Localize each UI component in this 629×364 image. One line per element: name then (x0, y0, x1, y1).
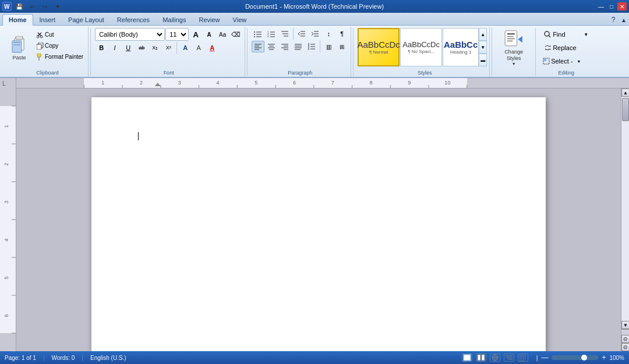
customize-quick-btn[interactable]: ▼ (52, 1, 63, 12)
sort-button[interactable]: ↕ (322, 28, 335, 40)
styles-scroll-down[interactable]: ▼ (479, 41, 487, 54)
svg-rect-10 (37, 44, 41, 50)
paste-button[interactable]: Paste (5, 30, 34, 68)
ribbon-collapse-btn[interactable]: ▲ (619, 15, 629, 25)
main-area: 1 2 3 4 5 6 ▲ ▼ ⊙ ⊙ (0, 89, 629, 351)
italic-button[interactable]: I (108, 42, 121, 54)
justify-button[interactable] (292, 41, 305, 52)
font-group: Calibri (Body) 11 A A Aa ⌫ B I U ab X₂ X… (93, 27, 245, 77)
borders-button[interactable]: ⊞ (335, 41, 348, 52)
cut-button[interactable]: Cut (34, 30, 86, 40)
change-styles-button[interactable]: Change Styles ▼ (496, 28, 531, 66)
subscript-button[interactable]: X₂ (149, 42, 161, 54)
styles-group: AaBbCcDc ¶ Normal AaBbCcDc ¶ No Spaci...… (355, 27, 490, 77)
svg-text:4: 4 (216, 80, 219, 86)
change-case-button[interactable]: Aa (216, 29, 229, 40)
print-layout-btn[interactable] (462, 354, 472, 362)
maximize-button[interactable]: □ (607, 2, 616, 10)
font-size-selector[interactable]: 11 (165, 28, 189, 41)
copy-button[interactable]: Copy (34, 41, 86, 51)
help-button[interactable]: ? (608, 15, 619, 25)
strikethrough-button[interactable]: ab (135, 42, 148, 54)
align-right-button[interactable] (278, 41, 291, 52)
svg-marker-69 (550, 49, 551, 50)
scroll-thumb[interactable] (622, 98, 629, 121)
styles-scroll-up[interactable]: ▲ (479, 28, 487, 41)
font-color-button[interactable]: A (206, 42, 218, 54)
find-button[interactable]: Find ▼ (540, 28, 592, 41)
zoom-in-btn[interactable]: + (602, 354, 606, 362)
svg-marker-65 (518, 36, 522, 43)
ruler-corner[interactable]: L (0, 78, 16, 89)
tab-mailings[interactable]: Mailings (156, 14, 192, 25)
tab-insert[interactable]: Insert (33, 14, 62, 25)
paste-label: Paste (12, 55, 26, 61)
tab-references[interactable]: References (111, 14, 156, 25)
text-effects-button[interactable]: A (179, 42, 192, 54)
decrease-indent-button[interactable] (295, 28, 308, 40)
minimize-button[interactable]: — (596, 2, 606, 10)
grow-font-button[interactable]: A (189, 29, 202, 40)
svg-text:4: 4 (3, 238, 9, 241)
numbering-button[interactable]: 1.2.3. (265, 28, 278, 40)
tab-view[interactable]: View (227, 14, 253, 25)
svg-rect-115 (478, 355, 480, 361)
zoom-out-btn[interactable]: — (541, 354, 548, 362)
scroll-down-button[interactable]: ▼ (621, 321, 629, 329)
svg-rect-60 (505, 31, 517, 46)
select-button[interactable]: Select - (540, 55, 575, 68)
document-page[interactable] (91, 97, 546, 351)
style-no-spacing[interactable]: AaBbCcDc ¶ No Spaci... (400, 28, 442, 66)
style-heading1[interactable]: AaBbCc Heading 1 (443, 28, 479, 66)
undo-quick-btn[interactable]: ↩ (27, 1, 37, 12)
text-highlight-button[interactable]: A (192, 42, 205, 54)
multilevel-button[interactable] (278, 28, 291, 40)
shading-button[interactable]: ▥ (322, 41, 335, 52)
vertical-scrollbar[interactable]: ▲ ▼ ⊙ ⊙ (621, 89, 629, 351)
tab-home[interactable]: Home (2, 14, 33, 26)
word-icon: W (2, 2, 12, 11)
line-spacing-button[interactable] (305, 41, 318, 52)
vertical-ruler: 1 2 3 4 5 6 (0, 89, 16, 351)
font-name-selector[interactable]: Calibri (Body) (95, 28, 165, 41)
close-button[interactable]: ✕ (617, 2, 627, 10)
shrink-font-button[interactable]: A (203, 29, 215, 40)
align-left-button[interactable] (252, 41, 264, 52)
next-page-button[interactable]: ⊙ (621, 343, 629, 351)
tab-page-layout[interactable]: Page Layout (62, 14, 111, 25)
full-reading-btn[interactable] (476, 354, 486, 362)
svg-text:W: W (4, 3, 10, 10)
prev-page-button[interactable]: ⊙ (621, 335, 629, 343)
redo-quick-btn[interactable]: ↪ (40, 1, 50, 12)
increase-indent-button[interactable] (309, 28, 321, 40)
select-dropdown[interactable]: ▼ (575, 55, 582, 68)
align-center-button[interactable] (265, 41, 278, 52)
style-normal[interactable]: AaBbCcDc ¶ Normal (358, 28, 400, 66)
show-para-button[interactable]: ¶ (335, 28, 348, 40)
window-title: Document1 - Microsoft Word (Technical Pr… (0, 3, 629, 10)
underline-button[interactable]: U (122, 42, 135, 54)
svg-line-29 (298, 34, 300, 36)
svg-line-67 (549, 36, 550, 37)
superscript-button[interactable]: X² (162, 42, 175, 54)
web-layout-btn[interactable] (490, 354, 500, 362)
clear-format-button[interactable]: ⌫ (229, 29, 242, 40)
svg-point-17 (254, 36, 255, 37)
outline-btn[interactable] (504, 354, 514, 362)
document-area[interactable] (16, 89, 621, 351)
select-split[interactable]: Select - ▼ (540, 55, 592, 68)
save-quick-btn[interactable]: 💾 (14, 1, 24, 12)
font-label: Font (93, 70, 245, 76)
format-painter-button[interactable]: Format Painter (34, 52, 86, 62)
svg-point-15 (254, 34, 255, 35)
status-bar: Page: 1 of 1 | Words: 0 | English (U.S.)… (0, 351, 629, 364)
bold-button[interactable]: B (95, 42, 108, 54)
tab-review[interactable]: Review (192, 14, 226, 25)
replace-button[interactable]: Replace (540, 41, 592, 54)
zoom-slider[interactable] (552, 355, 598, 360)
bullets-button[interactable] (252, 28, 264, 40)
status-right: | — + 100% (462, 354, 624, 362)
styles-more-btn[interactable]: ▬ (479, 54, 487, 66)
draft-btn[interactable] (518, 354, 528, 362)
scroll-up-button[interactable]: ▲ (621, 89, 629, 97)
